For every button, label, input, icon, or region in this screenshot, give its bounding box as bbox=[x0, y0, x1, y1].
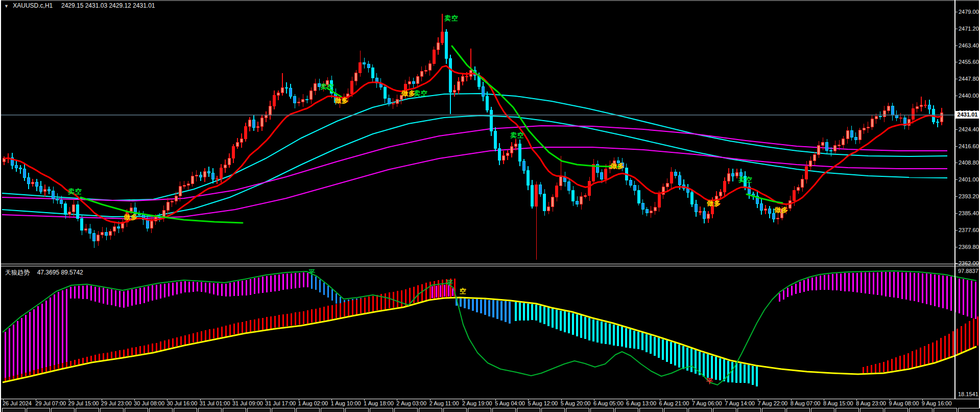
taskbar-item[interactable] bbox=[517, 408, 540, 412]
taskbar-item[interactable] bbox=[664, 408, 687, 412]
pane-separator-bottom[interactable] bbox=[0, 266, 980, 266]
taskbar-item[interactable] bbox=[958, 408, 980, 412]
taskbar-item[interactable] bbox=[51, 408, 75, 412]
taskbar-item[interactable] bbox=[149, 408, 173, 412]
time-tick bbox=[200, 399, 201, 401]
candle bbox=[420, 66, 423, 81]
taskbar-item[interactable] bbox=[272, 408, 295, 412]
indicator-bar bbox=[254, 319, 255, 331]
indicator-bar bbox=[278, 274, 280, 291]
taskbar-item[interactable] bbox=[198, 408, 222, 412]
taskbar-item[interactable] bbox=[492, 408, 516, 412]
taskbar-item[interactable] bbox=[811, 408, 834, 412]
signal-label-flat_green[interactable]: 平 bbox=[308, 268, 316, 277]
candle bbox=[428, 60, 431, 76]
signal-label-buy[interactable]: 做多 bbox=[124, 213, 138, 222]
indicator-bar bbox=[852, 273, 854, 292]
time-tick bbox=[594, 399, 594, 401]
taskbar-item[interactable] bbox=[247, 408, 271, 412]
indicator-bar bbox=[650, 335, 652, 354]
taskbar-item[interactable] bbox=[885, 408, 908, 412]
taskbar-item[interactable] bbox=[639, 408, 663, 412]
taskbar-item[interactable] bbox=[468, 408, 491, 412]
indicator-bar bbox=[327, 306, 329, 319]
indicator-bar bbox=[971, 281, 972, 317]
signal-label-sell[interactable]: 卖空 bbox=[320, 82, 334, 91]
taskbar-item[interactable] bbox=[860, 408, 883, 412]
time-tick bbox=[430, 399, 431, 401]
taskbar-item[interactable] bbox=[27, 408, 50, 412]
taskbar-item[interactable] bbox=[762, 408, 785, 412]
taskbar-item[interactable] bbox=[737, 408, 761, 412]
time-tick bbox=[692, 399, 693, 401]
taskbar-item[interactable] bbox=[590, 408, 614, 412]
taskbar-item[interactable] bbox=[394, 408, 418, 412]
taskbar-item[interactable] bbox=[223, 408, 246, 412]
signal-label-buy[interactable]: 做多 bbox=[774, 205, 788, 215]
indicator-bar bbox=[315, 309, 317, 322]
indicator-bar bbox=[156, 343, 157, 351]
indicator-bar bbox=[695, 350, 697, 374]
signal-label-sell[interactable]: 卖空 bbox=[414, 89, 428, 98]
candle bbox=[654, 202, 656, 215]
taskbar-item[interactable] bbox=[100, 408, 124, 412]
indicator-bar bbox=[609, 324, 611, 345]
taskbar-item[interactable] bbox=[125, 408, 148, 412]
indicator-bar bbox=[291, 313, 292, 326]
taskbar-item[interactable] bbox=[419, 408, 442, 412]
taskbar-item[interactable] bbox=[174, 408, 197, 412]
indicator-bar bbox=[148, 345, 149, 353]
indicator-bar bbox=[592, 319, 594, 342]
time-tick-label: 5 Aug 04:00 bbox=[495, 400, 525, 406]
taskbar-item[interactable] bbox=[370, 408, 393, 412]
taskbar-item[interactable] bbox=[909, 408, 933, 412]
candle bbox=[936, 119, 939, 127]
indicator-bar bbox=[90, 356, 92, 362]
signal-label-flat_red[interactable]: 平 bbox=[706, 377, 713, 386]
taskbar-item[interactable] bbox=[934, 408, 957, 412]
taskbar-item[interactable] bbox=[566, 408, 589, 412]
indicator-bar bbox=[429, 282, 431, 299]
pane-separator-top[interactable] bbox=[0, 264, 980, 264]
indicator-bar bbox=[756, 367, 758, 386]
taskbar-item[interactable] bbox=[321, 408, 344, 412]
signal-label-short_yellow[interactable]: 空 bbox=[460, 287, 467, 296]
symbol-dropdown-icon[interactable]: ▼ bbox=[4, 4, 9, 9]
signal-label-buy[interactable]: 做多 bbox=[707, 199, 721, 208]
taskbar-item[interactable] bbox=[345, 408, 369, 412]
candle bbox=[629, 178, 632, 188]
taskbar-item[interactable] bbox=[713, 408, 736, 412]
signal-label-sell[interactable]: 卖空 bbox=[510, 131, 524, 140]
taskbar-item[interactable] bbox=[76, 408, 99, 412]
taskbar-item[interactable] bbox=[786, 408, 810, 412]
price-tick-label: 2369.80 bbox=[959, 244, 979, 250]
taskbar-item[interactable] bbox=[296, 408, 320, 412]
indicator-bar bbox=[119, 350, 121, 357]
signal-label-buy[interactable]: 做多 bbox=[610, 162, 625, 171]
candle bbox=[281, 73, 284, 96]
indicator-bar bbox=[111, 352, 112, 358]
chart-canvas[interactable] bbox=[0, 0, 980, 412]
taskbar-item[interactable] bbox=[541, 408, 565, 412]
signal-label-sell[interactable]: 卖空 bbox=[68, 187, 82, 196]
trend-line-green bbox=[452, 46, 622, 167]
time-tick bbox=[561, 399, 562, 401]
indicator-bar bbox=[907, 353, 909, 369]
taskbar-item[interactable] bbox=[443, 408, 467, 412]
taskbar-item[interactable] bbox=[615, 408, 638, 412]
indicator-bar bbox=[5, 378, 6, 381]
taskbar-item[interactable] bbox=[688, 408, 712, 412]
taskbar-item[interactable] bbox=[2, 408, 26, 412]
indicator-bar bbox=[731, 362, 733, 383]
indicator-bar bbox=[144, 346, 145, 353]
indicator-bar bbox=[963, 279, 964, 315]
signal-label-flat_green[interactable]: 平 bbox=[446, 279, 453, 288]
signal-label-sell[interactable]: 卖空 bbox=[444, 14, 459, 23]
signal-label-sell[interactable]: 卖空 bbox=[738, 175, 753, 185]
indicator-bar bbox=[523, 303, 525, 321]
indicator-bar bbox=[791, 286, 793, 296]
time-tick-label: 30 Jul 16:00 bbox=[166, 400, 197, 406]
taskbar-item[interactable] bbox=[835, 408, 859, 412]
indicator-bar bbox=[519, 303, 521, 321]
signal-label-buy[interactable]: 做多 bbox=[334, 96, 349, 105]
